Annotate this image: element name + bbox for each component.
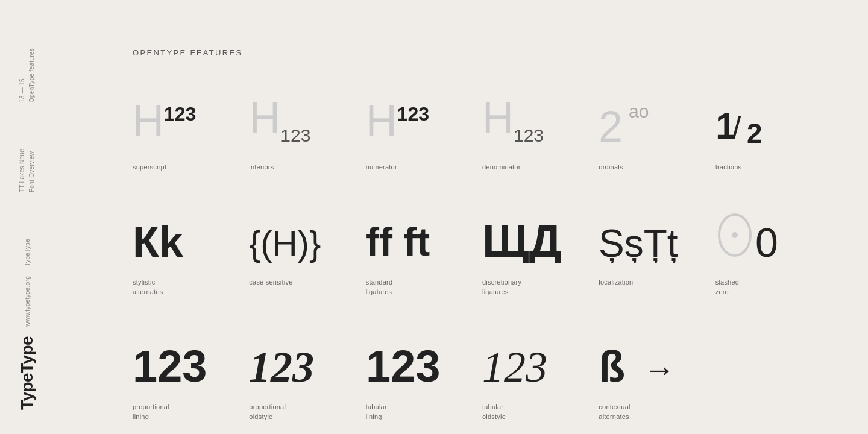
sidebar-url: www.typetype.org	[24, 276, 31, 327]
glyph-tabular-lining: 123	[366, 327, 450, 394]
label-tabular-oldstyle: tabularoldstyle	[482, 402, 506, 422]
feature-ordinals: 2 ao ordinals	[599, 87, 715, 190]
svg-text:→: →	[644, 352, 675, 387]
svg-point-11	[732, 232, 738, 238]
sidebar-brand-group: TypeType www.typetype.org TypeType	[17, 239, 37, 410]
glyph-standard-ligatures: ff ft	[366, 203, 456, 269]
feature-tabular-oldstyle: 123 tabularoldstyle	[482, 327, 599, 435]
svg-text:ao: ao	[629, 101, 649, 121]
svg-text:ЩД: ЩД	[482, 215, 562, 263]
feature-discretionary-ligatures: ЩД discretionaryligatures	[482, 203, 599, 315]
prop-lining-svg: 123	[133, 333, 217, 388]
left-sidebar: 13 — 15 OpenType features TT Lakes Neue …	[0, 0, 54, 434]
main-content: OPENTYPE FEATURES H123 superscript H123 …	[96, 0, 868, 434]
glyph-denominator: H123	[482, 87, 544, 154]
feature-slashed-zero: 0 slashedzero	[715, 203, 832, 315]
feature-tabular-lining: 123 tabularlining	[366, 327, 482, 435]
svg-text:{(H)}: {(H)}	[249, 224, 321, 263]
feature-denominator: H123 denominator	[482, 87, 599, 190]
label-proportional-lining: proportionallining	[133, 402, 169, 422]
feature-stylistic-alternates: Кk stylisticalternates	[133, 203, 249, 315]
disc-lig-svg: ЩД	[482, 209, 573, 263]
label-superscript: superscript	[133, 162, 166, 172]
page-title: OPENTYPE FEATURES	[133, 48, 832, 57]
svg-text:ff ft: ff ft	[366, 219, 430, 263]
sidebar-font-info: TT Lakes Neue Font Overview	[17, 149, 37, 192]
glyph-discretionary-ligatures: ЩД	[482, 203, 573, 269]
sidebar-page-range: 13 — 15 OpenType features	[17, 48, 37, 102]
feature-numerator: H123 numerator	[366, 87, 482, 190]
feature-contextual-alternates: ß → contextualalternates	[599, 327, 715, 435]
glyph-contextual-alternates: ß →	[599, 327, 695, 394]
feature-localization: ȘșȚț localization	[599, 203, 715, 315]
glyph-slashed-zero: 0	[715, 203, 794, 269]
svg-text:Кk: Кk	[133, 218, 184, 263]
feature-proportional-lining: 123 proportionallining	[133, 327, 249, 435]
ordinals-svg: 2 ao	[599, 93, 671, 148]
svg-text:123: 123	[249, 343, 314, 388]
label-inferiors: inferiors	[249, 162, 274, 172]
sidebar-brand: TypeType	[17, 336, 37, 410]
label-denominator: denominator	[482, 162, 521, 172]
tab-oldstyle-svg: 123	[482, 333, 567, 388]
svg-text:2: 2	[747, 118, 763, 148]
tab-lining-svg: 123	[366, 333, 450, 388]
label-tabular-lining: tabularlining	[366, 402, 387, 422]
svg-text:ȘșȚț: ȘșȚț	[599, 222, 678, 263]
svg-text:/: /	[732, 110, 741, 145]
label-numerator: numerator	[366, 162, 397, 172]
sidebar-typetype-label: TypeType	[24, 239, 31, 266]
feature-case-sensitive: {(H)} case sensitive	[249, 203, 365, 315]
glyph-tabular-oldstyle: 123	[482, 327, 567, 394]
standard-lig-svg: ff ft	[366, 209, 456, 263]
svg-text:123: 123	[366, 341, 440, 388]
glyph-proportional-lining: 123	[133, 327, 217, 394]
svg-text:ß: ß	[599, 342, 625, 388]
glyph-localization: ȘșȚț	[599, 203, 701, 269]
label-ordinals: ordinals	[599, 162, 623, 172]
case-svg: {(H)}	[249, 209, 345, 263]
label-fractions: fractions	[715, 162, 742, 172]
fractions-svg: 1 / 2	[715, 93, 776, 148]
slashed-zero-svg: 0	[715, 209, 794, 263]
label-standard-ligatures: standardligatures	[366, 277, 393, 297]
feature-fractions: 1 / 2 fractions	[715, 87, 832, 190]
prop-oldstyle-svg: 123	[249, 333, 333, 388]
glyph-case-sensitive: {(H)}	[249, 203, 345, 269]
label-contextual-alternates: contextualalternates	[599, 402, 630, 422]
svg-text:0: 0	[755, 219, 778, 263]
feature-standard-ligatures: ff ft standardligatures	[366, 203, 482, 315]
glyph-superscript: H123	[133, 87, 196, 154]
feature-proportional-oldstyle: 123 proportionaloldstyle	[249, 327, 365, 435]
glyph-fractions: 1 / 2	[715, 87, 776, 154]
svg-text:2: 2	[599, 102, 623, 148]
glyph-stylistic-alternates: Кk	[133, 203, 211, 269]
glyph-ordinals: 2 ao	[599, 87, 671, 154]
stylistic-svg: Кk	[133, 209, 211, 263]
svg-text:123: 123	[133, 341, 207, 388]
glyph-proportional-oldstyle: 123	[249, 327, 333, 394]
label-discretionary-ligatures: discretionaryligatures	[482, 277, 521, 297]
label-localization: localization	[599, 277, 633, 288]
label-proportional-oldstyle: proportionaloldstyle	[249, 402, 286, 422]
feature-superscript: H123 superscript	[133, 87, 249, 190]
label-stylistic-alternates: stylisticalternates	[133, 277, 163, 297]
label-slashed-zero: slashedzero	[715, 277, 739, 297]
features-grid: H123 superscript H123 inferiors H123 num…	[133, 87, 832, 434]
glyph-inferiors: H123	[249, 87, 310, 154]
glyph-numerator: H123	[366, 87, 429, 154]
label-case-sensitive: case sensitive	[249, 277, 292, 288]
localization-svg: ȘșȚț	[599, 209, 701, 263]
feature-inferiors: H123 inferiors	[249, 87, 365, 190]
contextual-svg: ß →	[599, 333, 695, 388]
svg-text:123: 123	[482, 343, 547, 388]
